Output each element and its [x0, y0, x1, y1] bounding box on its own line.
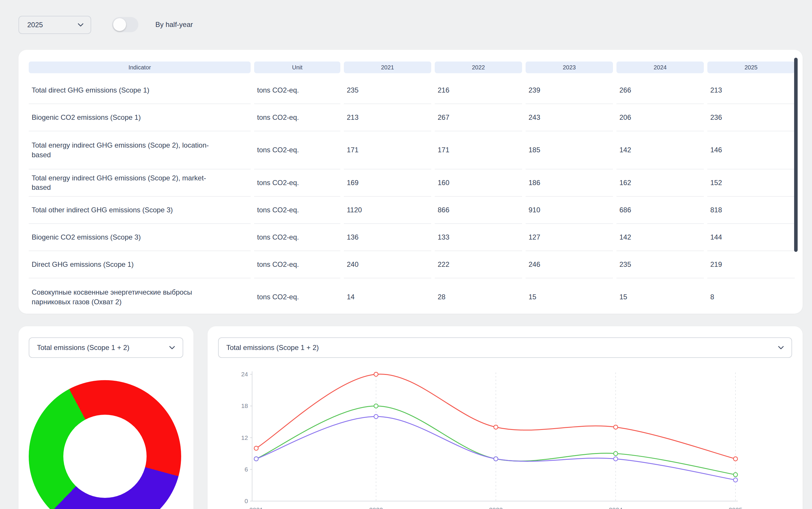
value-cell: 910 — [526, 197, 613, 224]
indicator-cell: Biogenic CO2 emissions (Scope 3) — [29, 224, 251, 251]
unit-cell: tons CO2-eq. — [254, 251, 340, 278]
unit-cell: tons CO2-eq. — [254, 131, 340, 169]
value-cell: 186 — [526, 169, 613, 197]
year-select[interactable]: 2025 — [19, 16, 91, 34]
value-cell: 15 — [526, 278, 613, 314]
value-cell: 28 — [435, 278, 522, 314]
svg-text:0: 0 — [245, 498, 248, 504]
value-cell: 1120 — [344, 197, 431, 224]
indicator-cell: Biogenic CO2 emissions (Scope 1) — [29, 104, 251, 131]
table-row: Совокупные косвенные энергетические выбр… — [29, 278, 803, 314]
value-cell: 8 — [707, 278, 795, 314]
value-cell: 152 — [707, 169, 795, 197]
indicator-cell: Total direct GHG emissions (Scope 1) — [29, 77, 251, 104]
value-cell: 246 — [526, 251, 613, 278]
value-cell: 236 — [707, 104, 795, 131]
half-year-label: By half-year — [155, 21, 193, 29]
table-header-row: Indicator Unit 2021 2022 2023 2024 2025 — [29, 62, 803, 73]
unit-cell: tons CO2-eq. — [254, 224, 340, 251]
donut-metric-select-value: Total emissions (Scope 1 + 2) — [37, 343, 129, 352]
table-row: Biogenic CO2 emissions (Scope 3) tons CO… — [29, 224, 803, 251]
column-header-2021: 2021 — [344, 62, 431, 73]
value-cell: 14 — [344, 278, 431, 314]
indicator-cell: Total energy indirect GHG emissions (Sco… — [29, 131, 251, 169]
donut-chart — [29, 380, 181, 509]
line-metric-select[interactable]: Total emissions (Scope 1 + 2) — [218, 337, 792, 358]
dashboard-page: 2025 By half-year Indicator Unit 2021 20… — [0, 0, 812, 509]
value-cell: 160 — [435, 169, 522, 197]
svg-text:2023: 2023 — [489, 506, 503, 509]
svg-text:6: 6 — [245, 466, 248, 473]
chevron-down-icon — [778, 346, 784, 349]
line-chart-card: Total emissions (Scope 1 + 2) 0612182420… — [208, 326, 803, 509]
value-cell: 171 — [344, 131, 431, 169]
value-cell: 213 — [707, 77, 795, 104]
table-row: Total other indirect GHG emissions (Scop… — [29, 197, 803, 224]
value-cell: 133 — [435, 224, 522, 251]
value-cell: 235 — [344, 77, 431, 104]
value-cell: 686 — [617, 197, 704, 224]
indicator-cell: Совокупные косвенные энергетические выбр… — [29, 278, 251, 314]
unit-cell: tons CO2-eq. — [254, 169, 340, 197]
toggle-knob — [113, 18, 126, 31]
half-year-toggle[interactable] — [112, 17, 138, 32]
indicator-cell: Direct GHG emissions (Scope 1) — [29, 251, 251, 278]
value-cell: 206 — [617, 104, 704, 131]
svg-text:12: 12 — [241, 434, 248, 441]
svg-text:2025: 2025 — [729, 506, 743, 509]
value-cell: 266 — [617, 77, 704, 104]
column-header-2022: 2022 — [435, 62, 522, 73]
value-cell: 235 — [617, 251, 704, 278]
year-select-value: 2025 — [27, 21, 43, 29]
svg-text:2021: 2021 — [249, 506, 263, 509]
unit-cell: tons CO2-eq. — [254, 197, 340, 224]
column-header-indicator: Indicator — [29, 62, 251, 73]
table-row: Total direct GHG emissions (Scope 1) ton… — [29, 77, 803, 104]
table-body: Total direct GHG emissions (Scope 1) ton… — [29, 77, 803, 314]
column-header-2023: 2023 — [526, 62, 613, 73]
column-header-2024: 2024 — [617, 62, 704, 73]
unit-cell: tons CO2-eq. — [254, 104, 340, 131]
value-cell: 127 — [526, 224, 613, 251]
value-cell: 213 — [344, 104, 431, 131]
value-cell: 142 — [617, 224, 704, 251]
unit-cell: tons CO2-eq. — [254, 278, 340, 314]
chevron-down-icon — [78, 23, 84, 27]
indicator-cell: Total other indirect GHG emissions (Scop… — [29, 197, 251, 224]
column-header-unit: Unit — [254, 62, 340, 73]
table-row: Biogenic CO2 emissions (Scope 1) tons CO… — [29, 104, 803, 131]
value-cell: 15 — [617, 278, 704, 314]
donut-card: Total emissions (Scope 1 + 2) — [19, 326, 193, 509]
donut-metric-select[interactable]: Total emissions (Scope 1 + 2) — [29, 337, 183, 358]
table-row: Direct GHG emissions (Scope 1) tons CO2-… — [29, 251, 803, 278]
svg-text:2024: 2024 — [609, 506, 623, 509]
value-cell: 146 — [707, 131, 795, 169]
value-cell: 866 — [435, 197, 522, 224]
table-row: Total energy indirect GHG emissions (Sco… — [29, 131, 803, 169]
value-cell: 222 — [435, 251, 522, 278]
svg-text:18: 18 — [241, 402, 248, 409]
svg-text:2022: 2022 — [369, 506, 383, 509]
donut-hole — [63, 415, 147, 498]
value-cell: 243 — [526, 104, 613, 131]
indicator-cell: Total energy indirect GHG emissions (Sco… — [29, 169, 251, 197]
table-row: Total energy indirect GHG emissions (Sco… — [29, 169, 803, 197]
svg-text:24: 24 — [241, 371, 248, 377]
value-cell: 239 — [526, 77, 613, 104]
value-cell: 136 — [344, 224, 431, 251]
value-cell: 169 — [344, 169, 431, 197]
value-cell: 171 — [435, 131, 522, 169]
value-cell: 818 — [707, 197, 795, 224]
value-cell: 144 — [707, 224, 795, 251]
column-header-2025: 2025 — [707, 62, 795, 73]
value-cell: 216 — [435, 77, 522, 104]
value-cell: 162 — [617, 169, 704, 197]
emissions-table-card: Indicator Unit 2021 2022 2023 2024 2025 … — [19, 50, 803, 314]
unit-cell: tons CO2-eq. — [254, 77, 340, 104]
table-scrollbar-thumb[interactable] — [794, 58, 798, 252]
line-chart: 0612182420212022202320242025 — [225, 362, 750, 509]
value-cell: 142 — [617, 131, 704, 169]
value-cell: 267 — [435, 104, 522, 131]
chevron-down-icon — [169, 346, 175, 349]
value-cell: 185 — [526, 131, 613, 169]
